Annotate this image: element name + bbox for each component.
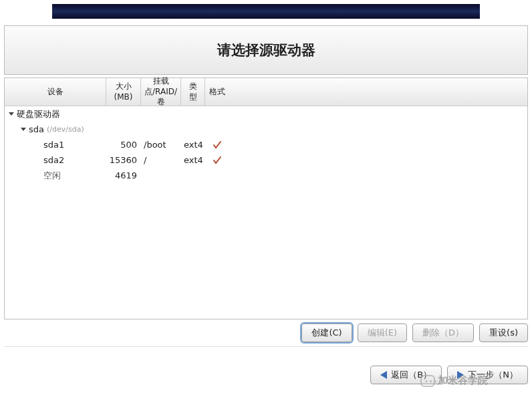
back-label: 返回（B）	[391, 369, 432, 381]
page-title: 请选择源驱动器	[217, 41, 315, 59]
partition-row[interactable]: sda2 15360 / ext4	[5, 152, 527, 168]
partition-name: sda1	[5, 140, 106, 150]
tree-root-label: 硬盘驱动器	[17, 108, 60, 120]
free-label: 空闲	[5, 170, 106, 182]
partition-type: ext4	[181, 155, 205, 165]
col-mount[interactable]: 挂载点/RAID/卷	[141, 78, 181, 106]
free-size: 4619	[106, 170, 141, 180]
partition-format	[205, 140, 229, 150]
edit-button: 编辑(E)	[358, 323, 407, 342]
delete-button: 删除（D）	[412, 323, 474, 342]
table-body: 硬盘驱动器 sda (/dev/sda) sda1 500 /boot ext4…	[5, 106, 527, 319]
divider	[4, 346, 528, 347]
chevron-down-icon[interactable]	[9, 112, 14, 116]
top-banner	[52, 4, 480, 19]
col-type[interactable]: 类型	[181, 78, 205, 106]
next-label: 下一步（N）	[468, 369, 518, 381]
partition-table: 设备 大小(MB) 挂载点/RAID/卷 类型 格式 硬盘驱动器 sda (/d…	[4, 78, 528, 319]
partition-type: ext4	[181, 140, 205, 150]
disk-row[interactable]: sda (/dev/sda)	[5, 122, 527, 137]
chevron-down-icon[interactable]	[21, 128, 26, 131]
create-button[interactable]: 创建(C)	[301, 323, 352, 342]
arrow-right-icon	[457, 371, 464, 379]
checkmark-icon	[212, 140, 223, 150]
partition-mount: /	[141, 155, 181, 165]
partition-name: sda2	[5, 155, 106, 165]
col-size[interactable]: 大小(MB)	[106, 78, 141, 106]
next-button[interactable]: 下一步（N）	[447, 366, 528, 384]
arrow-left-icon	[380, 371, 387, 379]
reset-button[interactable]: 重设(s)	[479, 323, 528, 342]
disk-name: sda	[29, 124, 44, 134]
action-buttons: 创建(C) 编辑(E) 删除（D） 重设(s)	[4, 323, 528, 342]
partition-row[interactable]: sda1 500 /boot ext4	[5, 137, 527, 152]
partition-size: 15360	[106, 155, 141, 165]
back-button[interactable]: 返回（B）	[370, 366, 442, 384]
table-header: 设备 大小(MB) 挂载点/RAID/卷 类型 格式	[5, 78, 527, 106]
disk-path: (/dev/sda)	[47, 125, 84, 134]
checkmark-icon	[212, 155, 223, 166]
partition-format	[205, 155, 229, 166]
partition-size: 500	[106, 140, 141, 150]
nav-buttons: 返回（B） 下一步（N） ••• 加米谷学院	[4, 366, 528, 384]
col-device[interactable]: 设备	[5, 78, 106, 106]
tree-root-row[interactable]: 硬盘驱动器	[5, 106, 527, 122]
title-panel: 请选择源驱动器	[4, 25, 528, 75]
col-format[interactable]: 格式	[205, 78, 229, 106]
partition-mount: /boot	[141, 140, 181, 150]
free-space-row[interactable]: 空闲 4619	[5, 168, 527, 183]
